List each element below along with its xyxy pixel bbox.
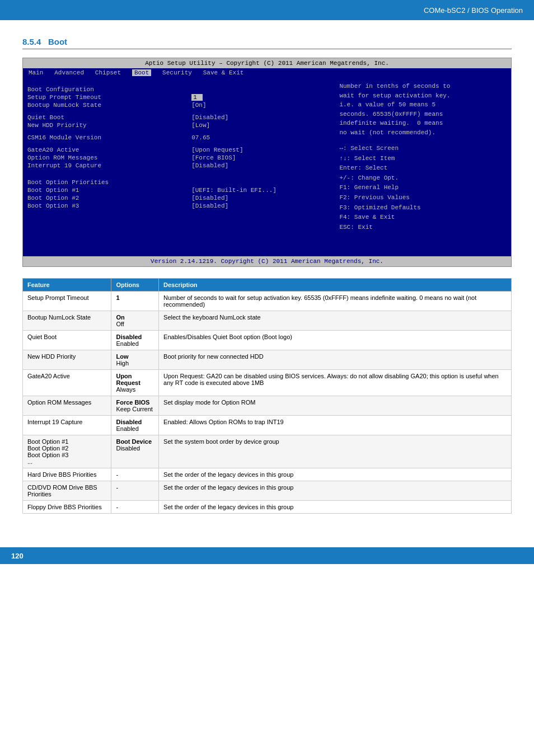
menu-advanced: Advanced [54,69,91,76]
key-f2: F2: Previous Values [339,193,507,203]
bios-label-numlock: Bootup NumLock State [27,102,191,109]
bios-label-gate-a20: GateA20 Active [27,147,191,153]
bios-row-hdd-priority: New HDD Priority [Low] [27,122,328,129]
desc-cell: Upon Request: GA20 can be disabled using… [159,370,512,396]
table-row: GateA20 Active Upon RequestAlways Upon R… [23,370,512,396]
feature-cell: Setup Prompt Timeout [23,292,111,311]
bios-row-boot3: Boot Option #3 [Disabled] [27,203,328,209]
feature-cell: Boot Option #1Boot Option #2Boot Option … [23,435,111,468]
bios-value-quiet-boot: [Disabled] [191,114,328,121]
feature-cell: Hard Drive BBS Priorities [23,468,111,481]
key-esc: ESC: Exit [339,223,507,233]
table-row: Boot Option #1Boot Option #2Boot Option … [23,435,512,468]
menu-main: Main [29,69,51,76]
section-number: 8.5.4 [22,37,41,46]
feature-cell: Option ROM Messages [23,396,111,416]
bios-row-prompt-timeout: Setup Prompt Timeout 1 [27,94,328,101]
options-cell: - [111,468,159,481]
bios-value-option-rom: [Force BIOS] [191,154,328,161]
options-cell: Upon RequestAlways [111,370,159,396]
feature-cell: Quiet Boot [23,331,111,350]
feature-cell: New HDD Priority [23,350,111,370]
key-change-opt: +/-: Change Opt. [339,173,507,184]
table-row: CD/DVD ROM Drive BBS Priorities - Set th… [23,481,512,501]
bios-label-boot3: Boot Option #3 [27,203,191,209]
bios-row-csm16: CSM16 Module Version 07.65 [27,134,328,141]
options-cell: Boot DeviceDisabled [111,435,159,468]
key-enter: Enter: Select [339,163,507,173]
options-cell: Force BIOSKeep Current [111,396,159,416]
feature-table: Feature Options Description Setup Prompt… [22,278,512,514]
menu-chipset: Chipset [95,69,128,76]
bios-footer: Version 2.14.1219. Copyright (C) 2011 Am… [23,256,511,266]
table-row: Setup Prompt Timeout 1 Number of seconds… [23,292,512,311]
desc-cell: Set the order of the legacy devices in t… [159,501,512,514]
bios-value-csm16: 07.65 [191,134,328,141]
feature-cell: GateA20 Active [23,370,111,396]
options-cell: 1 [111,292,159,311]
header-bar: COMe-bSC2 / BIOS Operation [0,0,534,20]
col-description: Description [159,279,512,292]
col-feature: Feature [23,279,111,292]
table-row: Option ROM Messages Force BIOSKeep Curre… [23,396,512,416]
bios-highlight-timeout: 1 [191,94,203,101]
desc-cell: Set the order of the legacy devices in t… [159,468,512,481]
table-row: Bootup NumLock State OnOff Select the ke… [23,311,512,331]
desc-cell: Boot priority for new connected HDD [159,350,512,370]
options-cell: - [111,481,159,501]
bios-left-panel: Boot Configuration Setup Prompt Timeout … [27,82,328,252]
bios-value-numlock: [On] [191,102,328,109]
header-title: COMe-bSC2 / BIOS Operation [424,6,523,15]
bios-key-help: ↔: Select Screen ↑↓: Select Item Enter: … [339,144,507,232]
page-footer: 120 [0,547,534,564]
col-options: Options [111,279,159,292]
bios-value-boot3: [Disabled] [191,203,328,209]
bios-value-boot2: [Disabled] [191,195,328,201]
bios-label-boot2: Boot Option #2 [27,195,191,201]
desc-cell: Enabled: Allows Option ROMs to trap INT1… [159,416,512,435]
bios-row-numlock: Bootup NumLock State [On] [27,102,328,109]
page-number: 120 [11,552,24,560]
table-row: Quiet Boot DisabledEnabled Enables/Disab… [23,331,512,350]
bios-boot-config-label: Boot Configuration [27,86,328,93]
desc-cell: Enables/Disables Quiet Boot option (Boot… [159,331,512,350]
bios-menu-bar: Main Advanced Chipset Boot Security Save… [23,68,511,77]
bios-value-int19: [Disabled] [191,162,328,169]
bios-label-hdd-priority: New HDD Priority [27,122,191,129]
options-cell: DisabledEnabled [111,416,159,435]
options-cell: DisabledEnabled [111,331,159,350]
bios-help-text: Number in tenths of seconds to wait for … [339,82,507,137]
bios-right-panel: Number in tenths of seconds to wait for … [334,82,507,252]
bios-boot-priorities-label: Boot Option Priorities [27,179,328,186]
bios-label-option-rom: Option ROM Messages [27,154,191,161]
table-row: New HDD Priority LowHigh Boot priority f… [23,350,512,370]
table-row: Hard Drive BBS Priorities - Set the orde… [23,468,512,481]
menu-save-exit: Save & Exit [203,69,244,76]
bios-title-bar: Aptio Setup Utility – Copyright (C) 2011… [23,58,511,68]
menu-security: Security [155,69,199,76]
desc-cell: Set display mode for Option ROM [159,396,512,416]
bios-row-gate-a20: GateA20 Active [Upon Request] [27,147,328,153]
bios-row-int19: Interrupt 19 Capture [Disabled] [27,162,328,169]
table-row: Floppy Drive BBS Priorities - Set the or… [23,501,512,514]
bios-label-csm16: CSM16 Module Version [27,134,191,141]
bios-label-quiet-boot: Quiet Boot [27,114,191,121]
bios-row-option-rom: Option ROM Messages [Force BIOS] [27,154,328,161]
key-f4: F4: Save & Exit [339,213,507,223]
options-cell: - [111,501,159,514]
feature-cell: CD/DVD ROM Drive BBS Priorities [23,481,111,501]
options-cell: OnOff [111,311,159,331]
bios-label-int19: Interrupt 19 Capture [27,162,191,169]
key-select-screen: ↔: Select Screen [339,144,507,154]
section-title: Boot [48,37,67,46]
menu-boot-active: Boot [132,69,151,76]
feature-cell: Floppy Drive BBS Priorities [23,501,111,514]
bios-label-prompt-timeout: Setup Prompt Timeout [27,94,191,101]
feature-cell: Interrupt 19 Capture [23,416,111,435]
bios-row-boot2: Boot Option #2 [Disabled] [27,195,328,201]
bios-row-quiet-boot: Quiet Boot [Disabled] [27,114,328,121]
key-f1: F1: General Help [339,183,507,193]
section-heading: 8.5.4 Boot [22,37,512,49]
bios-value-prompt-timeout: 1 [191,94,328,101]
bios-body: Boot Configuration Setup Prompt Timeout … [23,77,511,256]
